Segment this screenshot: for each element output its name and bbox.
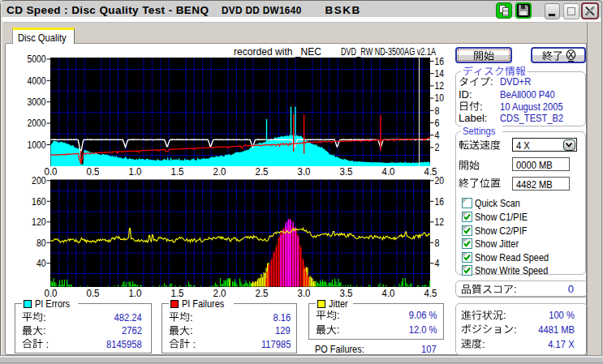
svg-text:1.0: 1.0 — [129, 288, 142, 299]
svg-text:4.5: 4.5 — [424, 288, 437, 299]
svg-text:16: 16 — [435, 196, 445, 208]
svg-text:4: 4 — [435, 258, 440, 269]
svg-text:8: 8 — [435, 238, 440, 249]
svg-text:10: 10 — [435, 92, 445, 104]
svg-text:80: 80 — [37, 238, 46, 249]
svg-text:14: 14 — [435, 68, 445, 79]
svg-text:40: 40 — [37, 258, 46, 269]
svg-text:160: 160 — [32, 196, 45, 208]
svg-text:recorded with _NEC: recorded with _NEC — [234, 46, 321, 58]
svg-text:4: 4 — [435, 130, 440, 141]
svg-text:3.0: 3.0 — [298, 288, 311, 299]
svg-text:12: 12 — [435, 216, 445, 228]
svg-text:4.0: 4.0 — [382, 166, 395, 178]
svg-text:12: 12 — [435, 80, 445, 92]
svg-text:6: 6 — [435, 118, 440, 129]
svg-text:3.0: 3.0 — [298, 166, 311, 178]
svg-text:2000: 2000 — [28, 118, 46, 129]
svg-text:1000: 1000 — [28, 139, 46, 151]
svg-text:4000: 4000 — [28, 75, 46, 87]
svg-text:DVD_RW ND-3500AG v2.1A: DVD_RW ND-3500AG v2.1A — [341, 46, 436, 58]
svg-text:0.5: 0.5 — [87, 166, 100, 178]
svg-text:8: 8 — [435, 105, 440, 117]
svg-text:2.0: 2.0 — [213, 166, 226, 178]
svg-text:16: 16 — [435, 56, 445, 67]
svg-text:4.5: 4.5 — [424, 166, 437, 178]
svg-text:5000: 5000 — [28, 54, 46, 65]
svg-text:4.0: 4.0 — [382, 288, 395, 299]
svg-text:0.0: 0.0 — [45, 166, 58, 178]
svg-text:0.5: 0.5 — [87, 288, 100, 299]
svg-text:1.5: 1.5 — [171, 166, 184, 178]
svg-text:3.5: 3.5 — [340, 166, 353, 178]
svg-text:2.5: 2.5 — [256, 288, 269, 299]
svg-text:1.0: 1.0 — [129, 166, 142, 178]
svg-text:3000: 3000 — [28, 96, 46, 108]
svg-text:2: 2 — [435, 142, 440, 153]
svg-text:120: 120 — [32, 216, 45, 228]
svg-text:2.5: 2.5 — [256, 166, 269, 178]
